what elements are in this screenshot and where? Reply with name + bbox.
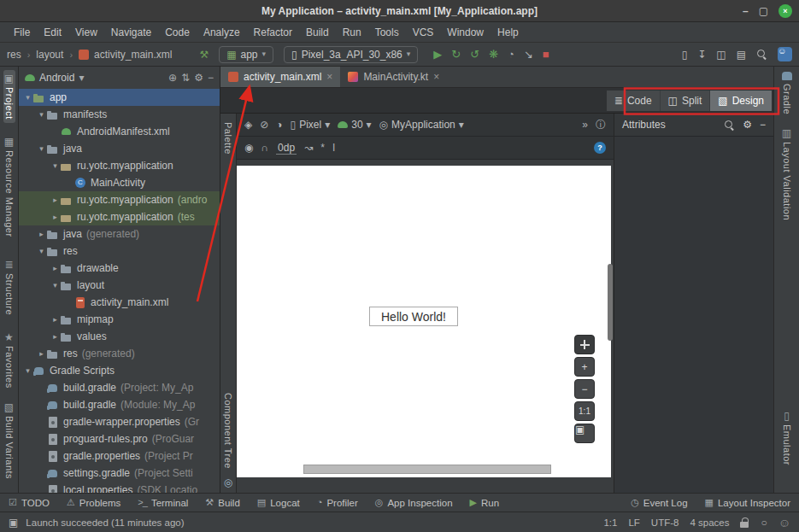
lock-icon[interactable]: [740, 517, 749, 528]
tree-item-gradle-properties[interactable]: gradle.properties(Project Pr: [19, 447, 220, 465]
tree-item-proguard-rules[interactable]: proguard-rules.pro(ProGuar: [19, 430, 220, 447]
chevron-icon[interactable]: [36, 230, 47, 238]
device-manager-icon[interactable]: [682, 50, 688, 60]
textview-hello-world[interactable]: Hello World!: [369, 307, 458, 326]
stop-button[interactable]: [543, 49, 549, 60]
zoom-out-button[interactable]: −: [574, 379, 595, 399]
tool-window-button-build-variants[interactable]: Build Variants: [4, 402, 15, 479]
file-encoding[interactable]: UTF-8: [651, 517, 679, 528]
design-canvas[interactable]: Hello World! + − 1:1: [237, 160, 614, 493]
tree-item-java[interactable]: java: [19, 140, 220, 157]
view-mode-code[interactable]: Code: [607, 91, 660, 111]
tool-window-button-profiler[interactable]: Profiler: [317, 498, 358, 508]
chevron-icon[interactable]: [36, 349, 47, 358]
menu-window[interactable]: Window: [440, 24, 491, 41]
theme-select[interactable]: MyApplication: [379, 119, 464, 131]
tree-item-values[interactable]: values: [19, 328, 220, 345]
chevron-icon[interactable]: [50, 213, 61, 221]
menu-vcs[interactable]: VCS: [406, 24, 441, 41]
tree-item-androidmanifest[interactable]: AndroidManifest.xml: [19, 123, 220, 140]
tree-item-package-androidtest[interactable]: ru.yotc.myapplication(andro: [19, 191, 220, 208]
menu-refactor[interactable]: Refactor: [247, 24, 299, 41]
menu-help[interactable]: Help: [491, 24, 526, 41]
maximize-icon[interactable]: [759, 6, 768, 16]
build-hammer-icon[interactable]: [199, 50, 209, 60]
run-button[interactable]: [433, 49, 442, 60]
infer-constraints-icon[interactable]: [320, 143, 325, 153]
vertical-scrollbar[interactable]: [608, 264, 613, 341]
tool-window-button-structure[interactable]: Structure: [4, 260, 15, 315]
tree-item-res-generated[interactable]: res(generated): [19, 345, 220, 362]
night-mode-icon[interactable]: [276, 120, 282, 130]
background-tasks-icon[interactable]: [761, 517, 767, 528]
tree-item-local-properties[interactable]: local.properties(SDK Locatio: [19, 482, 220, 493]
api-version-select[interactable]: 30: [338, 119, 371, 131]
run-configuration-select[interactable]: app: [219, 46, 273, 63]
apply-changes-button[interactable]: [451, 49, 461, 60]
emulator-icon[interactable]: [716, 50, 726, 60]
view-mode-design[interactable]: Design: [709, 91, 772, 111]
caret-position[interactable]: 1:1: [603, 517, 617, 528]
tool-window-button-project[interactable]: Project: [3, 70, 15, 123]
menu-run[interactable]: Run: [336, 24, 368, 41]
chevron-icon[interactable]: [50, 281, 61, 289]
tool-window-button-event-log[interactable]: Event Log: [631, 498, 687, 508]
menu-view[interactable]: View: [68, 24, 104, 41]
chevron-icon[interactable]: [50, 161, 61, 170]
tree-item-gradle-scripts[interactable]: Gradle Scripts: [19, 362, 220, 379]
help-icon[interactable]: ?: [594, 142, 606, 154]
breadcrumb-res[interactable]: res: [7, 49, 21, 61]
zoom-in-button[interactable]: +: [574, 357, 595, 377]
device-in-editor-select[interactable]: Pixel: [291, 119, 331, 131]
gear-icon[interactable]: [194, 73, 203, 83]
line-separator[interactable]: LF: [628, 517, 639, 528]
menu-edit[interactable]: Edit: [37, 24, 68, 41]
hide-panel-icon[interactable]: [760, 120, 766, 130]
sdk-manager-icon[interactable]: [697, 50, 706, 60]
device-select[interactable]: Pixel_3a_API_30_x86: [284, 46, 418, 63]
more-actions-icon[interactable]: [582, 120, 588, 130]
search-everywhere-icon[interactable]: [756, 49, 767, 60]
view-options-eye-icon[interactable]: [244, 143, 253, 153]
indent-setting[interactable]: 4 spaces: [690, 517, 729, 528]
tree-item-package-test[interactable]: ru.yotc.myapplication(tes: [19, 208, 220, 225]
tree-item-java-generated[interactable]: java(generated): [19, 225, 220, 243]
close-icon[interactable]: [778, 4, 792, 18]
tree-item-activity-main-xml[interactable]: activity_main.xml: [19, 294, 220, 311]
tree-item-mipmap[interactable]: mipmap: [19, 311, 220, 328]
menu-tools[interactable]: Tools: [368, 24, 406, 41]
text-cursor-icon[interactable]: [332, 143, 335, 153]
debug-button[interactable]: [489, 49, 498, 60]
guidelines-icon[interactable]: [304, 143, 313, 153]
tree-item-mainactivity[interactable]: MainActivity: [19, 174, 220, 191]
menu-code[interactable]: Code: [158, 24, 197, 41]
issues-indicator-icon[interactable]: [596, 120, 606, 130]
orientation-icon[interactable]: [260, 120, 268, 130]
tool-window-button-todo[interactable]: TODO: [9, 498, 50, 508]
profile-button[interactable]: [508, 49, 514, 60]
search-icon[interactable]: [724, 120, 735, 131]
palette-collapsed-button[interactable]: Palette: [223, 122, 233, 155]
tool-window-button-app-inspection[interactable]: App Inspection: [375, 498, 453, 508]
view-mode-split[interactable]: Split: [660, 91, 710, 111]
tool-window-button-terminal[interactable]: Terminal: [138, 498, 188, 508]
smiley-feedback-icon[interactable]: [778, 517, 790, 529]
tree-item-build-gradle-project[interactable]: build.gradle(Project: My_Ap: [19, 379, 220, 396]
chevron-icon[interactable]: [50, 332, 61, 341]
profile-avatar[interactable]: [778, 47, 792, 61]
tool-window-switcher-icon[interactable]: [9, 517, 18, 528]
tool-window-button-logcat[interactable]: Logcat: [257, 498, 300, 508]
chevron-icon[interactable]: [22, 93, 33, 102]
close-icon[interactable]: [326, 72, 332, 82]
zoom-reset-button[interactable]: 1:1: [574, 401, 595, 421]
tree-item-gradle-wrapper[interactable]: gradle-wrapper.properties(Gr: [19, 413, 220, 430]
menu-build[interactable]: Build: [299, 24, 336, 41]
tool-window-button-emulator[interactable]: Emulator: [782, 411, 792, 465]
tree-item-build-gradle-module[interactable]: build.gradle(Module: My_Ap: [19, 396, 220, 413]
hide-panel-icon[interactable]: [208, 73, 214, 83]
locate-file-icon[interactable]: [168, 73, 177, 83]
chevron-icon[interactable]: [50, 315, 61, 324]
breadcrumb-activity-main[interactable]: activity_main.xml: [94, 49, 172, 61]
chevron-icon[interactable]: [22, 366, 33, 375]
tree-item-app[interactable]: app: [19, 89, 220, 106]
